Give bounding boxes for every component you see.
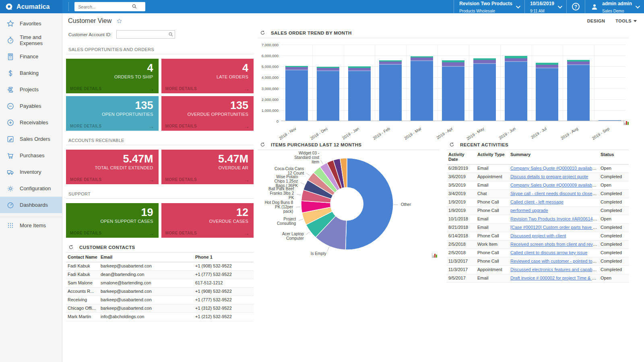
column-header-activity-type[interactable]: Activity Type — [476, 150, 509, 165]
lookup-icon[interactable] — [168, 31, 173, 39]
sidebar-item-sales-orders[interactable]: Sales Orders — [0, 131, 62, 147]
activity-row[interactable]: 11/3/2017Phone CallReviewed case with cu… — [447, 257, 629, 266]
activity-row[interactable]: 10/1/2018EmailRevision Two Products Invo… — [447, 215, 629, 224]
column-header-contact-name[interactable]: Contact Name — [66, 253, 99, 262]
contact-row[interactable]: Fadi Kabukdean@bartending.con+1 (777) 53… — [66, 271, 254, 279]
column-header-phone-1[interactable]: Phone 1 — [194, 253, 254, 262]
activity-summary-link[interactable]: [Case #000120] Custom order parts have m… — [510, 225, 599, 230]
bar-2019-jan[interactable] — [348, 66, 371, 121]
column-header-email[interactable]: Email — [99, 253, 194, 262]
contact-row[interactable]: Receivingbarkeep@usabartend.con+1 (777) … — [66, 296, 254, 304]
kpi-tile-late-orders[interactable]: 4LATE ORDERSMORE DETAILS→ — [161, 59, 254, 93]
mini-chart-icon[interactable] — [432, 253, 437, 258]
more-details-link[interactable]: MORE DETAILS→ — [70, 177, 155, 182]
activity-summary-link[interactable]: Discussed project with client — [510, 233, 566, 238]
kpi-tile-overdue-opportunities[interactable]: 135OVERDUE OPPORTUNITIESMORE DETAILS→ — [161, 96, 254, 131]
more-details-link[interactable]: MORE DETAILS→ — [165, 86, 250, 91]
bar-2019-jun[interactable] — [505, 56, 527, 121]
company-selector[interactable]: Revision Two Products Products Wholesale — [454, 0, 524, 13]
activity-row[interactable]: 11/3/2017AppointmentDiscussed electronic… — [447, 266, 629, 274]
column-header-status[interactable]: Status — [599, 150, 629, 165]
activity-summary-link[interactable]: Called client - left message — [510, 200, 564, 204]
search-icon[interactable] — [132, 4, 137, 11]
activity-summary-link[interactable]: Called client to discuss arrow key issue — [510, 250, 587, 255]
activity-summary-link[interactable]: Revision Two Products Invoice #AR006145 … — [510, 216, 599, 221]
activity-summary-link[interactable]: Discussed electronics features and capab… — [510, 267, 599, 272]
design-button[interactable]: DESIGN — [587, 19, 605, 23]
activity-row[interactable]: 3/4/2019ChatSkype call - client needs di… — [447, 190, 629, 198]
more-details-link[interactable]: MORE DETAILS→ — [165, 124, 250, 128]
contact-row[interactable]: Accounts R...barkeep@usabartend.con+1 (9… — [66, 288, 254, 296]
kpi-tile-overdue-cases[interactable]: 12OVERDUE CASESMORE DETAILS→ — [161, 203, 254, 238]
customer-account-input[interactable] — [116, 30, 175, 39]
bar-2018-dec[interactable] — [317, 67, 339, 121]
column-header-activity-date[interactable]: Activity Date — [447, 150, 476, 165]
activity-row[interactable]: 2/5/2018Phone CallCalled client to discu… — [447, 249, 629, 257]
contact-row[interactable]: Chicago Offi...barkeep@usabartend.con+1 … — [66, 304, 254, 313]
sidebar-item-purchases[interactable]: Purchases — [0, 147, 62, 164]
kpi-tile-orders-to-ship[interactable]: 4ORDERS TO SHIPMORE DETAILS→ — [66, 59, 159, 93]
refresh-icon[interactable] — [68, 245, 74, 250]
user-menu[interactable]: admin admin Sales Demo — [585, 0, 644, 13]
tools-button[interactable]: TOOLS — [615, 19, 637, 23]
bar-2018-nov[interactable] — [285, 66, 308, 121]
activity-summary-link[interactable]: Discuss details to prepare project quote — [510, 174, 588, 179]
sidebar-item-receivables[interactable]: Receivables — [0, 114, 62, 131]
contact-row[interactable]: Mark Martininfo@abcholdings.con+1 (212) … — [66, 313, 254, 321]
favorite-star-icon[interactable] — [116, 18, 122, 24]
sidebar-item-more-items[interactable]: More Items — [0, 217, 62, 233]
sidebar-item-configuration[interactable]: Configuration — [0, 180, 62, 197]
more-details-link[interactable]: MORE DETAILS→ — [165, 177, 250, 182]
more-details-link[interactable]: MORE DETAILS→ — [70, 86, 155, 91]
activity-summary-link[interactable]: Received screen shots from client and re… — [510, 242, 599, 247]
column-header-summary[interactable]: Summary — [509, 150, 599, 165]
business-date-selector[interactable]: 10/16/2019 9:11 AM — [524, 0, 566, 13]
more-details-link[interactable]: MORE DETAILS→ — [70, 124, 155, 128]
kpi-tile-open-opportunities[interactable]: 135OPEN OPPORTUNITIESMORE DETAILS→ — [66, 96, 159, 131]
activity-summary-link[interactable]: Reviewed case with customer - pointed to… — [510, 259, 599, 263]
activity-row[interactable]: 1/9/2019Phone CallCalled client - left m… — [447, 198, 629, 207]
brand-logo-area[interactable]: Acumatica — [0, 0, 62, 13]
sidebar-item-payables[interactable]: Payables — [0, 98, 62, 114]
bar-2019-aug[interactable] — [567, 60, 590, 121]
bar-2019-apr[interactable] — [442, 60, 464, 121]
activity-row[interactable]: 3/5/2019EmailCompany Sales Quote #Q00000… — [447, 181, 629, 190]
sidebar-item-finance[interactable]: Finance — [0, 48, 62, 65]
help-button[interactable]: ? — [566, 0, 585, 13]
more-details-link[interactable]: MORE DETAILS→ — [165, 231, 250, 235]
contact-row[interactable]: Sam Malonesmalone@bartending.con617-512-… — [66, 279, 254, 288]
sidebar-item-time-and-expenses[interactable]: Time and Expenses — [0, 32, 62, 48]
activity-row[interactable]: 2/5/2018Work ItemReceived screen shots f… — [447, 241, 629, 249]
activity-row[interactable]: 6/14/2018Phone CallDiscussed project wit… — [447, 232, 629, 241]
kpi-tile-open-support-cases[interactable]: 19OPEN SUPPORT CASESMORE DETAILS→ — [66, 203, 159, 238]
activity-summary-link[interactable]: Company Sales Quote #Q000009 available f… — [510, 183, 599, 187]
contact-row[interactable]: Fadi Kabukbarkeep@usabartend.con+1 (908)… — [66, 262, 254, 271]
activity-row[interactable]: 1/9/2019Phone Callperformed upgradeCompl… — [447, 207, 629, 215]
kpi-tile-overdue-ar[interactable]: 5.47MOVERDUE ARMORE DETAILS→ — [161, 150, 254, 184]
activity-summary-link[interactable]: Draft invoice # 000002 for project Time … — [510, 276, 599, 280]
activity-row[interactable]: 8/21/2018Email[Case #000120] Custom orde… — [447, 224, 629, 232]
bar-2019-jul[interactable] — [536, 63, 558, 121]
refresh-icon[interactable] — [260, 142, 265, 147]
bar-2019-mar[interactable] — [411, 56, 433, 121]
sidebar-item-dashboards[interactable]: Dashboards — [0, 197, 62, 213]
bar-2019-may[interactable] — [473, 58, 496, 121]
donut-slice-other[interactable] — [345, 158, 393, 250]
sidebar-item-favorites[interactable]: Favorites — [0, 15, 62, 32]
bar-2019-feb[interactable] — [379, 60, 402, 121]
activity-summary-link[interactable]: Skype call - client needs discount to cl… — [510, 191, 599, 196]
activity-row[interactable]: 6/28/2019EmailCompany Sales Quote #Q0000… — [447, 165, 629, 173]
activity-row[interactable]: 9/5/2017EmailDraft invoice # 000002 for … — [447, 274, 629, 283]
sidebar-item-banking[interactable]: Banking — [0, 65, 62, 81]
kpi-tile-total-credit-extended[interactable]: 5.47MTOTAL CREDIT EXTENDEDMORE DETAILS→ — [66, 150, 159, 184]
sidebar-item-inventory[interactable]: Inventory — [0, 164, 62, 180]
sidebar-item-projects[interactable]: Projects — [0, 81, 62, 98]
mini-chart-icon[interactable] — [623, 120, 629, 125]
activity-summary-link[interactable]: Company Sales Quote #Q000010 available f… — [510, 166, 599, 171]
refresh-icon[interactable] — [260, 30, 265, 35]
activity-row[interactable]: 3/6/2019AppointmentDiscuss details to pr… — [447, 173, 629, 181]
activity-summary-link[interactable]: performed upgrade — [510, 208, 548, 213]
refresh-icon[interactable] — [449, 142, 454, 147]
bar-2019-sep[interactable] — [599, 120, 621, 121]
more-details-link[interactable]: MORE DETAILS→ — [70, 231, 155, 235]
